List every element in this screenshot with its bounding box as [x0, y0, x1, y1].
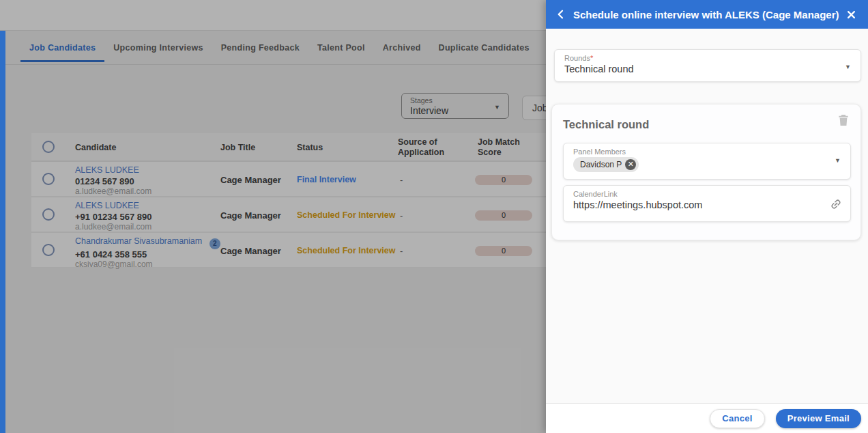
- trash-icon: [838, 114, 849, 126]
- preview-email-button[interactable]: Preview Email: [776, 409, 861, 428]
- schedule-interview-drawer: Schedule online interview with ALEKS (Ca…: [546, 0, 868, 433]
- drawer-footer: Cancel Preview Email: [546, 403, 868, 433]
- rounds-value: Technical round: [564, 64, 860, 74]
- modal-backdrop[interactable]: [0, 0, 546, 433]
- chip-remove-icon[interactable]: ✕: [625, 159, 636, 170]
- calendar-link-label: CalenderLink: [573, 190, 850, 198]
- drawer-title: Schedule online interview with ALEKS (Ca…: [573, 9, 843, 20]
- close-icon: [846, 10, 856, 20]
- drawer-header: Schedule online interview with ALEKS (Ca…: [546, 0, 868, 29]
- cancel-button[interactable]: Cancel: [710, 409, 764, 428]
- link-icon: [830, 198, 842, 210]
- rounds-select[interactable]: Rounds* Technical round ▼: [554, 49, 861, 82]
- round-card: Technical round Panel Members Davidson P…: [551, 104, 861, 240]
- back-button[interactable]: [555, 8, 569, 21]
- chevron-down-icon: ▼: [845, 64, 851, 70]
- rounds-label-text: Rounds: [564, 54, 590, 62]
- calendar-link-field[interactable]: CalenderLink https://meetings.hubspot.co…: [563, 185, 851, 222]
- chevron-down-icon: ▼: [835, 157, 841, 164]
- delete-round-button[interactable]: [838, 114, 850, 126]
- left-accent-stripe: [0, 31, 5, 433]
- panel-member-chip: Davidson P ✕: [573, 157, 639, 172]
- rounds-label: Rounds*: [564, 54, 860, 62]
- required-asterisk: *: [590, 54, 593, 62]
- calendar-link-value: https://meetings.hubspot.com: [573, 199, 850, 210]
- chip-label: Davidson P: [580, 160, 622, 169]
- app-root: Job CandidatesUpcoming InterviewsPending…: [0, 0, 868, 433]
- round-card-title: Technical round: [563, 118, 649, 131]
- close-button[interactable]: [843, 7, 858, 22]
- panel-members-label: Panel Members: [573, 148, 850, 156]
- panel-members-select[interactable]: Panel Members Davidson P ✕ ▼: [563, 143, 851, 180]
- chevron-left-icon: [555, 9, 566, 20]
